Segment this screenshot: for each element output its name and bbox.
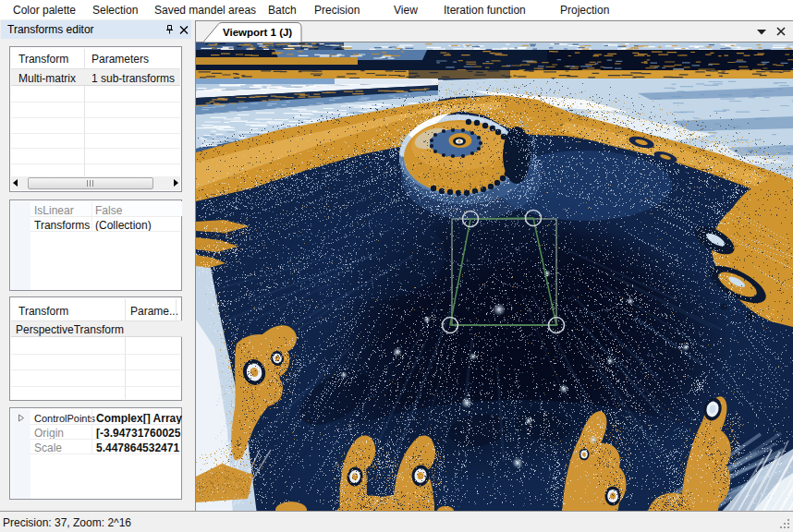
svg-text:Viewport 1 (J): Viewport 1 (J) <box>223 27 292 38</box>
